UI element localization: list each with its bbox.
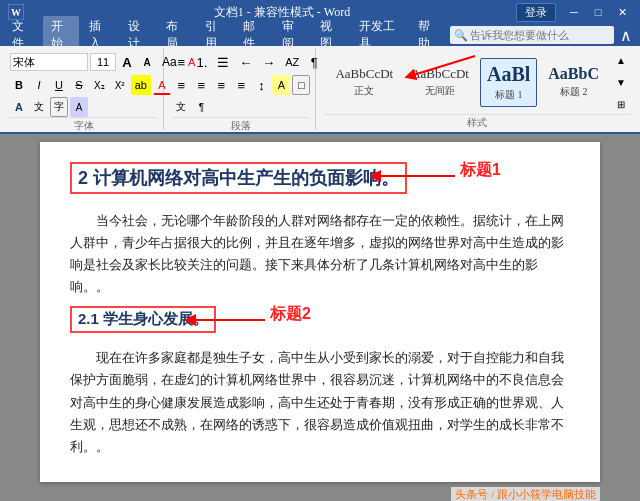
- underline-btn[interactable]: U: [50, 75, 68, 95]
- para-group-label: 段落: [172, 117, 309, 133]
- char-border-btn[interactable]: 字: [50, 97, 68, 117]
- minimize-button[interactable]: ─: [564, 3, 584, 21]
- decrease-font-btn[interactable]: A: [138, 52, 156, 72]
- close-button[interactable]: ✕: [612, 3, 632, 21]
- style-h1-preview: AaBl: [487, 63, 530, 86]
- font-size-input[interactable]: [90, 53, 116, 71]
- watermark-area: 头条号 / 跟小小筱学电脑技能: [40, 486, 600, 501]
- search-bar: 🔍: [450, 26, 614, 44]
- arrow-svg: [400, 51, 480, 81]
- style-more-btn[interactable]: ⊞: [612, 94, 630, 114]
- para-group: ≡ 1. ☰ ← → AZ ¶ ≡ ≡ ≡ ≡ ↕ A □: [166, 48, 316, 130]
- increase-font-btn[interactable]: A: [118, 52, 136, 72]
- watermark-text: 头条号 / 跟小小筱学电脑技能: [451, 487, 600, 501]
- shading-btn[interactable]: A: [272, 75, 290, 95]
- menu-bar: 文件 开始 插入 设计 布局 引用 邮件 审阅 视图 开发工具 帮助 🔍 ∧: [0, 24, 640, 46]
- sort-btn[interactable]: AZ: [281, 52, 303, 72]
- numbering-btn[interactable]: 1.: [192, 52, 211, 72]
- style-group-label: 样式: [324, 114, 630, 130]
- bullets-btn[interactable]: ≡: [172, 52, 190, 72]
- heading1-text: 2 计算机网络对高中生产生的负面影响。: [70, 162, 407, 194]
- style-h2-preview: AaBbC: [548, 65, 599, 83]
- style-group: AaBbCcDt 正文 AaBbCcDt 无间距 AaBl 标题 1 AaBbC…: [318, 48, 636, 130]
- font-group: A A Aa A B I U S X₂ X² ab A A 文: [4, 48, 164, 130]
- style-scroll-up-btn[interactable]: ▲: [612, 50, 630, 70]
- style-h2-label: 标题 2: [560, 85, 588, 99]
- border-btn[interactable]: □: [292, 75, 310, 95]
- svg-line-1: [410, 56, 475, 76]
- paragraph2: 现在在许多家庭都是独生子女，高中生从小受到家长的溺爱，对于自控能力和自我保护方面…: [70, 347, 570, 457]
- heading2-section: 2.1 学生身心发展。 标题2: [70, 306, 570, 339]
- align-right-btn[interactable]: ≡: [212, 75, 230, 95]
- heading1-arrow: [370, 166, 470, 196]
- para-setting-btn[interactable]: ¶: [192, 97, 210, 117]
- style-normal-label: 正文: [354, 84, 374, 98]
- login-button[interactable]: 登录: [516, 3, 556, 22]
- multilevel-btn[interactable]: ☰: [213, 52, 233, 72]
- italic-btn[interactable]: I: [30, 75, 48, 95]
- increase-indent-btn[interactable]: →: [258, 52, 279, 72]
- bold-btn[interactable]: B: [10, 75, 28, 95]
- chinese-layout-btn[interactable]: 文: [172, 97, 190, 117]
- highlight-btn[interactable]: ab: [131, 75, 151, 95]
- style-scroll-down-btn[interactable]: ▼: [612, 72, 630, 92]
- font-group-label: 字体: [10, 117, 157, 133]
- annotation-arrow: [400, 51, 480, 85]
- strikethrough-btn[interactable]: S: [70, 75, 88, 95]
- style-normal-preview: AaBbCcDt: [335, 66, 393, 82]
- maximize-button[interactable]: □: [588, 3, 608, 21]
- ribbon-collapse-icon[interactable]: ∧: [620, 26, 632, 45]
- style-nospace-label: 无间距: [425, 84, 455, 98]
- style-h2[interactable]: AaBbC 标题 2: [541, 60, 606, 104]
- superscript-btn[interactable]: X²: [111, 75, 129, 95]
- search-input[interactable]: [470, 29, 610, 41]
- align-center-btn[interactable]: ≡: [192, 75, 210, 95]
- ribbon: A A Aa A B I U S X₂ X² ab A A 文: [0, 46, 640, 134]
- justify-btn[interactable]: ≡: [232, 75, 250, 95]
- line-spacing-btn[interactable]: ↕: [252, 75, 270, 95]
- style-h1-label: 标题 1: [495, 88, 523, 102]
- subscript-btn[interactable]: X₂: [90, 75, 109, 95]
- text-effect-btn[interactable]: A: [10, 97, 28, 117]
- decrease-indent-btn[interactable]: ←: [235, 52, 256, 72]
- document-page: 2 计算机网络对高中生产生的负面影响。 标题1 当今社会，无论哪个年龄阶段的人群…: [40, 142, 600, 482]
- style-normal[interactable]: AaBbCcDt 正文: [328, 61, 400, 103]
- paragraph1: 当今社会，无论哪个年龄阶段的人群对网络都存在一定的依赖性。据统计，在上网人群中，…: [70, 210, 570, 298]
- font-name-input[interactable]: [10, 53, 88, 71]
- heading2-arrow: [185, 310, 285, 340]
- style-h1[interactable]: AaBl 标题 1: [480, 58, 537, 107]
- align-left-btn[interactable]: ≡: [172, 75, 190, 95]
- char-shading-btn[interactable]: A: [70, 97, 88, 117]
- document-area: 2 计算机网络对高中生产生的负面影响。 标题1 当今社会，无论哪个年龄阶段的人群…: [0, 134, 640, 501]
- phonetic-btn[interactable]: 文: [30, 97, 48, 117]
- heading1-section: 2 计算机网络对高中生产生的负面影响。 标题1: [70, 162, 570, 202]
- search-icon: 🔍: [454, 29, 468, 42]
